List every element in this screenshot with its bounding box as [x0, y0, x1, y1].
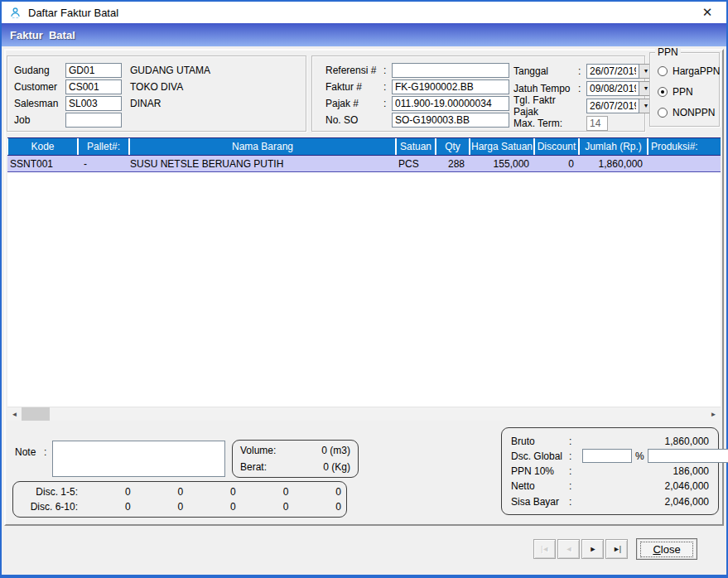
tgl-faktur-pajak-input[interactable] — [586, 99, 639, 113]
berat-value: 0 (Kg) — [323, 461, 350, 473]
dsc-global-amount-input[interactable] — [648, 449, 728, 463]
cell-kode: SSNT001 — [8, 158, 77, 170]
close-button-label: Close — [640, 542, 693, 557]
referensi-label: Referensi # — [325, 65, 383, 76]
col-header-discount: Discount — [535, 138, 578, 155]
radio-row-hargappn: HargaPPN — [658, 65, 719, 77]
form-row-so: No. SO — [319, 112, 509, 128]
cell-discount: 0 — [535, 158, 578, 170]
header-form: Gudang GUDANG UTAMA Customer TOKO DIVA S… — [6, 51, 722, 137]
netto-colon: : — [569, 480, 582, 492]
discount-box: Disc. 1-5: 0 0 0 0 0 Disc. 6-10: 0 0 0 0… — [12, 481, 347, 518]
bruto-label: Bruto — [511, 436, 569, 447]
jatuh-tempo-input[interactable] — [586, 81, 639, 96]
disc-1-5-value-5: 0 — [288, 486, 341, 498]
volume-label: Volume: — [240, 445, 276, 456]
ppn-label[interactable]: PPN — [673, 86, 693, 98]
grid-empty-area — [7, 172, 721, 407]
titlebar: Daftar Faktur Batal ✕ — [2, 2, 726, 23]
scrollbar-track[interactable] — [50, 407, 706, 421]
form-row-tgl-faktur-pajak: Tgl. Faktr Pajak ▼ — [513, 97, 653, 114]
max-term-input[interactable] — [586, 116, 608, 131]
table-row[interactable]: SSNT001 - SUSU NETSLE BERUANG PUTIH PCS … — [7, 156, 721, 172]
app-window: Daftar Faktur Batal ✕ Faktur Batal Gudan… — [0, 0, 728, 578]
close-button[interactable]: Close — [636, 538, 697, 560]
col-header-pallet: Pallet#: — [79, 138, 128, 155]
ppn-radio[interactable] — [658, 87, 668, 97]
referensi-input[interactable] — [392, 63, 509, 78]
scroll-left-icon[interactable]: ◄ — [7, 407, 22, 421]
col-header-produksi: Produksi#: — [648, 138, 721, 155]
salesman-desc: DINAR — [130, 98, 161, 109]
ppn-caption: PPN — [655, 46, 681, 58]
referensi-colon: : — [383, 65, 392, 76]
document-dates: Tanggal : ▼ Jatuh Tempo : — [513, 62, 653, 132]
ppn10-label: PPN 10% — [511, 465, 569, 477]
customer-desc: TOKO DIVA — [130, 81, 183, 93]
tanggal-input[interactable] — [586, 64, 639, 79]
cell-nama-barang: SUSU NETSLE BERUANG PUTIH — [130, 158, 395, 170]
no-so-input[interactable] — [392, 113, 509, 128]
footer-bar: |◄ ◄ ► ►| Close — [4, 526, 724, 572]
disc-1-5-value-1: 0 — [78, 486, 131, 498]
note-label: Note — [15, 446, 36, 458]
nav-previous-button[interactable]: ◄ — [557, 539, 580, 559]
items-grid: Kode Pallet#: Nama Barang Satuan Qty Har… — [7, 137, 721, 407]
radio-row-nonppn: NONPPN — [658, 107, 719, 118]
customer-input[interactable] — [65, 79, 122, 94]
horizontal-scrollbar[interactable]: ◄ ► — [7, 407, 721, 421]
col-header-qty: Qty — [436, 138, 469, 155]
jatuh-tempo-colon: : — [578, 83, 586, 94]
berat-row: Berat: 0 (Kg) — [240, 461, 350, 473]
menu-item-faktur-batal[interactable]: Faktur Batal — [10, 29, 75, 41]
menubar: Faktur Batal — [2, 23, 726, 46]
nonppn-label[interactable]: NONPPN — [673, 107, 715, 118]
col-header-nama-barang: Nama Barang — [130, 138, 395, 155]
salesman-label: Salesman — [14, 98, 65, 109]
form-row-job: Job — [7, 112, 306, 128]
sisa-bayar-label: Sisa Bayar — [511, 496, 569, 508]
sisa-bayar-colon: : — [569, 496, 582, 508]
tanggal-label: Tanggal — [513, 65, 578, 77]
scroll-right-icon[interactable]: ► — [706, 407, 721, 421]
disc-6-10-label: Disc. 6-10: — [18, 501, 78, 513]
job-label: Job — [14, 114, 65, 126]
form-row-salesman: Salesman DINAR — [7, 95, 306, 112]
netto-row: Netto : 2,046,000 — [511, 479, 709, 494]
pajak-input[interactable] — [392, 96, 509, 111]
disc-1-5-label: Disc. 1-5: — [18, 486, 78, 498]
window-close-icon[interactable]: ✕ — [693, 2, 721, 22]
faktur-input[interactable] — [392, 79, 509, 94]
nav-first-button[interactable]: |◄ — [533, 539, 556, 559]
dsc-global-percent-input[interactable] — [582, 449, 632, 463]
nonppn-radio[interactable] — [658, 108, 668, 118]
note-input[interactable] — [52, 441, 225, 477]
col-header-satuan: Satuan — [397, 138, 435, 155]
volume-box: Volume: 0 (m3) Berat: 0 (Kg) — [232, 440, 359, 478]
job-input[interactable] — [65, 113, 122, 128]
window-title: Daftar Faktur Batal — [28, 7, 118, 19]
hargappn-label[interactable]: HargaPPN — [673, 65, 720, 77]
col-header-kode: Kode — [8, 138, 77, 155]
ppn10-value: 186,000 — [582, 465, 709, 477]
cell-pallet: - — [79, 158, 128, 170]
cell-jumlah: 1,860,000 — [580, 158, 647, 170]
salesman-input[interactable] — [65, 96, 122, 111]
tgl-faktur-pajak-datepicker: ▼ — [586, 99, 653, 113]
form-row-pajak: Pajak # : — [319, 95, 509, 112]
scrollbar-thumb[interactable] — [22, 407, 50, 421]
disc-6-10-value-1: 0 — [78, 501, 131, 513]
hargappn-radio[interactable] — [658, 66, 668, 76]
grid-header: Kode Pallet#: Nama Barang Satuan Qty Har… — [7, 137, 721, 156]
groupbox-ppn: PPN HargaPPN PPN NONPPN — [649, 52, 720, 127]
nav-next-button[interactable]: ► — [581, 539, 604, 559]
tanggal-datepicker: ▼ — [586, 64, 653, 79]
cell-harga-satuan: 155,000 — [470, 158, 533, 170]
bruto-row: Bruto : 1,860,000 — [511, 434, 709, 448]
nav-last-button[interactable]: ►| — [605, 539, 628, 559]
main-panel: Gudang GUDANG UTAMA Customer TOKO DIVA S… — [4, 49, 724, 526]
volume-row: Volume: 0 (m3) — [240, 445, 350, 456]
record-navigator: |◄ ◄ ► ►| — [533, 539, 628, 559]
gudang-input[interactable] — [65, 63, 122, 78]
disc-6-10-value-2: 0 — [131, 501, 184, 513]
